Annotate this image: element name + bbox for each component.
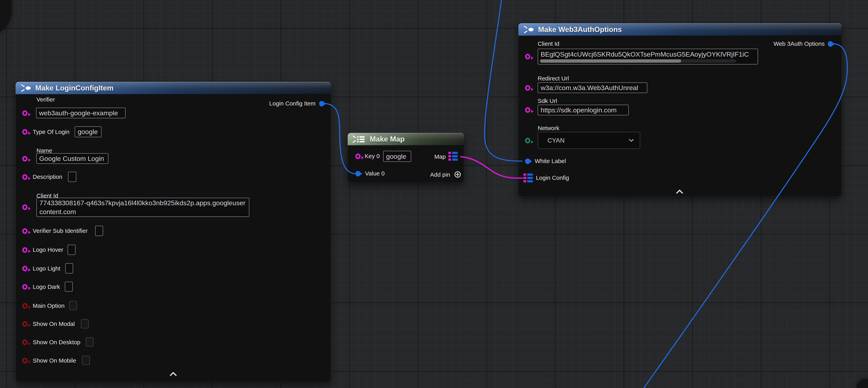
pin-logo-light[interactable] <box>22 266 27 271</box>
pin-label-show-on-modal: Show On Modal <box>33 320 75 327</box>
node-make-loginconfigitem[interactable]: Make LoginConfigItem Verifier web3auth-g… <box>16 82 331 382</box>
pin-client-id[interactable] <box>22 204 27 210</box>
pin-label-show-on-mobile: Show On Mobile <box>33 357 76 364</box>
node-title: Make LoginConfigItem <box>35 82 114 94</box>
verifier-sub-identifier-input[interactable] <box>95 226 103 236</box>
pin-verifier-sub-identifier[interactable] <box>22 228 27 234</box>
logo-hover-input[interactable] <box>68 245 75 255</box>
pin-label-white-label: White Label <box>535 157 566 165</box>
pin-label-description: Description <box>33 173 62 180</box>
collapse-chevron-icon[interactable] <box>675 189 684 194</box>
pin-label-network: Network <box>538 125 559 132</box>
pin-main-option[interactable] <box>22 303 27 308</box>
node-header-make-web3authoptions[interactable]: Make Web3AuthOptions <box>518 23 842 36</box>
pin-label-logo-hover: Logo Hover <box>33 246 63 253</box>
pin-label-key-0: Key 0 <box>365 153 380 160</box>
node-title: Make Map <box>370 133 405 146</box>
node-make-map[interactable]: Make Map Key 0 google Map Value 0 Add pi… <box>348 133 464 183</box>
client-id-scrollbar-thumb[interactable] <box>540 59 681 63</box>
add-pin-icon[interactable] <box>454 171 461 178</box>
pin-logo-hover[interactable] <box>22 247 27 253</box>
pin-label-main-option: Main Option <box>33 302 65 309</box>
pin-web3auth-options-output[interactable] <box>828 41 833 47</box>
blueprint-graph-canvas[interactable]: Make LoginConfigItem Verifier web3auth-g… <box>0 0 868 388</box>
pin-label-type-of-login: Type Of Login <box>33 128 69 136</box>
pin-label-login-config-item: Login Config Item <box>269 100 315 107</box>
offscreen-node-corner-bottom-right <box>857 379 868 388</box>
pin-label-client-id: Client Id <box>538 40 559 47</box>
network-selected-value: CYAN <box>548 137 629 144</box>
description-input[interactable] <box>68 172 76 182</box>
pin-logo-dark[interactable] <box>22 284 27 290</box>
show-on-modal-checkbox[interactable] <box>81 319 89 328</box>
pin-name[interactable] <box>22 156 27 161</box>
pin-login-config[interactable] <box>524 174 533 183</box>
name-input[interactable]: Google Custom Login <box>36 153 108 164</box>
type-of-login-input[interactable]: google <box>75 126 101 137</box>
wire-offscreen-to-white-label[interactable] <box>485 0 522 161</box>
pin-label-logo-dark: Logo Dark <box>33 283 60 290</box>
show-on-desktop-checkbox[interactable] <box>86 337 94 347</box>
verifier-input[interactable]: web3auth-google-example <box>36 108 126 118</box>
pin-redirect-url[interactable] <box>525 85 530 91</box>
logo-light-input[interactable] <box>65 263 73 273</box>
redirect-url-input[interactable]: w3a://com.w3a.Web3AuthUnreal <box>538 82 647 93</box>
pin-type-of-login[interactable] <box>22 129 27 135</box>
chevron-down-icon <box>629 139 634 142</box>
node-header-make-loginconfigitem[interactable]: Make LoginConfigItem <box>16 82 331 94</box>
node-make-web3authoptions[interactable]: Make Web3AuthOptions Client Id BEglQSgt4… <box>518 23 842 197</box>
pin-map-output[interactable] <box>448 152 458 161</box>
node-header-make-map[interactable]: Make Map <box>348 133 464 146</box>
pin-label-logo-light: Logo Light <box>33 265 60 272</box>
sdk-url-input[interactable]: https://sdk.openlogin.com <box>538 105 629 115</box>
pin-value-0[interactable] <box>355 171 361 176</box>
network-dropdown[interactable]: CYAN <box>538 132 640 149</box>
logo-dark-input[interactable] <box>65 282 73 292</box>
offscreen-node-corner-top-left <box>0 0 12 35</box>
wire-map-to-login-config[interactable] <box>461 157 522 178</box>
pin-white-label[interactable] <box>525 158 530 164</box>
node-title: Make Web3AuthOptions <box>538 23 622 36</box>
pin-key-0[interactable] <box>355 154 361 159</box>
pin-show-on-mobile[interactable] <box>22 358 27 363</box>
collapse-chevron-icon[interactable] <box>169 371 178 376</box>
pin-label-verifier: Verifier <box>36 96 55 103</box>
client-id-input[interactable]: BEglQSgt4cUWcj6SKRdu5QkOXTsePmMcusG5EAoy… <box>538 49 758 64</box>
pin-label-verifier-sub-identifier: Verifier Sub Identifier <box>33 227 88 234</box>
client-id-scrollbar-track[interactable] <box>540 59 736 63</box>
make-struct-icon <box>20 84 33 92</box>
pin-label-web3auth-options: Web 3Auth Options <box>773 40 825 47</box>
pin-label-sdk-url: Sdk Url <box>538 97 557 105</box>
key-0-input[interactable]: google <box>383 151 411 162</box>
pin-network[interactable] <box>525 138 530 143</box>
pin-description[interactable] <box>22 174 27 180</box>
client-id-value: BEglQSgt4cUWcj6SKRdu5QkOXTsePmMcusG5EAoy… <box>540 49 749 59</box>
pin-verifier[interactable] <box>22 111 27 116</box>
pin-label-map-output: Map <box>434 153 446 160</box>
pin-login-config-item-output[interactable] <box>319 101 324 107</box>
pin-show-on-modal[interactable] <box>22 321 27 327</box>
show-on-mobile-checkbox[interactable] <box>82 356 90 365</box>
add-pin-label: Add pin <box>430 171 450 178</box>
pin-client-id[interactable] <box>525 54 530 59</box>
pin-label-show-on-desktop: Show On Desktop <box>33 339 81 346</box>
pin-show-on-desktop[interactable] <box>22 339 27 345</box>
client-id-input[interactable]: 774338308167-q463s7kpvja16l4l0kko3nb925i… <box>36 198 249 217</box>
main-option-checkbox[interactable] <box>69 301 77 310</box>
pin-label-redirect-url: Redirect Url <box>538 75 569 82</box>
make-map-icon <box>352 135 368 143</box>
make-struct-icon <box>523 26 535 33</box>
pin-label-value-0: Value 0 <box>365 170 385 177</box>
pin-label-login-config: Login Config <box>536 174 569 181</box>
pin-sdk-url[interactable] <box>525 107 530 113</box>
